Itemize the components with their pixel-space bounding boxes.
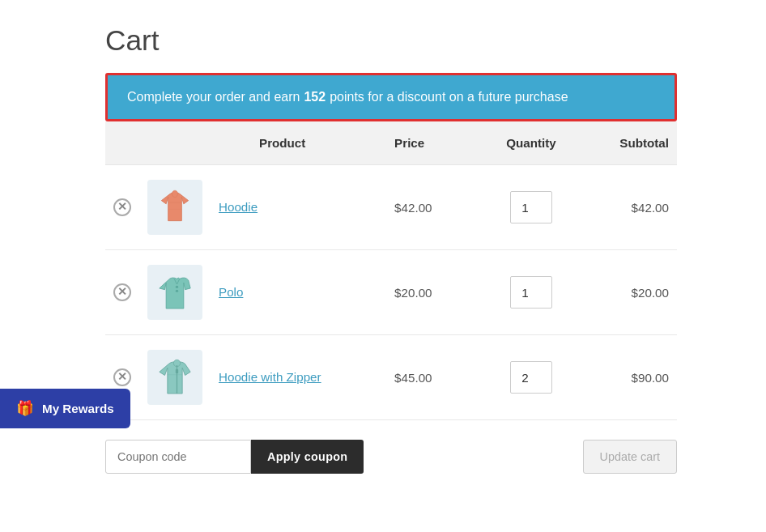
table-row: ✕ Hoodie with Zipper $45.00 $90.00 [105,335,677,420]
product-name-cell: Polo [211,250,386,335]
apply-coupon-button[interactable]: Apply coupon [251,440,364,474]
promo-text-before: Complete your order and earn [127,90,300,104]
product-price-cell: $20.00 [386,250,482,335]
product-image [147,350,202,405]
update-cart-button[interactable]: Update cart [583,440,677,474]
coupon-input[interactable] [105,440,251,474]
svg-point-3 [176,286,178,288]
product-quantity-cell [483,335,581,420]
quantity-input[interactable] [510,276,552,309]
remove-cell: ✕ [105,250,139,335]
svg-point-4 [176,290,178,292]
product-link[interactable]: Hoodie [219,200,257,214]
product-quantity-cell [483,250,581,335]
product-image [147,265,202,320]
product-link[interactable]: Hoodie with Zipper [219,370,321,384]
svg-point-0 [172,190,178,197]
col-header-remove [105,121,139,165]
coupon-area: Apply coupon [105,440,364,474]
cart-table: Product Price Quantity Subtotal ✕ [105,121,677,420]
col-header-product: Product [211,121,386,165]
product-quantity-cell [483,165,581,250]
svg-rect-7 [176,369,178,373]
col-header-subtotal: Subtotal [580,121,677,165]
promo-points: 152 [304,90,326,104]
rewards-icon: 🎁 [16,400,34,417]
product-link[interactable]: Polo [219,285,243,299]
promo-text-after: points for a discount on a future purcha… [330,90,568,104]
page-title: Cart [105,24,677,57]
product-name-cell: Hoodie with Zipper [211,335,386,420]
col-header-quantity: Quantity [483,121,581,165]
promo-banner: Complete your order and earn 152 points … [105,73,677,121]
remove-icon: ✕ [113,198,131,216]
product-image-cell [139,165,211,250]
table-row: ✕ Hoodie $42.00 $42.00 [105,165,677,250]
product-subtotal-cell: $42.00 [580,165,677,250]
remove-cell: ✕ [105,165,139,250]
product-name-cell: Hoodie [211,165,386,250]
rewards-label: My Rewards [42,402,114,415]
col-header-price: Price [386,121,482,165]
remove-item-button[interactable]: ✕ [113,368,131,386]
remove-icon: ✕ [113,368,131,386]
quantity-input[interactable] [510,191,552,223]
page-container: Cart Complete your order and earn 152 po… [0,0,766,506]
table-row: ✕ Polo $20.00 $20.00 [105,250,677,335]
product-price-cell: $42.00 [386,165,482,250]
my-rewards-button[interactable]: 🎁 My Rewards [0,389,130,428]
remove-item-button[interactable]: ✕ [113,283,131,301]
product-image-cell [139,250,211,335]
remove-item-button[interactable]: ✕ [113,198,131,216]
product-image-cell [139,335,211,420]
table-header-row: Product Price Quantity Subtotal [105,121,677,165]
product-subtotal-cell: $20.00 [580,250,677,335]
quantity-input[interactable] [510,361,552,394]
product-subtotal-cell: $90.00 [580,335,677,420]
product-image [147,180,202,235]
product-price-cell: $45.00 [386,335,482,420]
cart-actions: Apply coupon Update cart [105,440,677,474]
col-header-image [139,121,211,165]
remove-icon: ✕ [113,283,131,301]
